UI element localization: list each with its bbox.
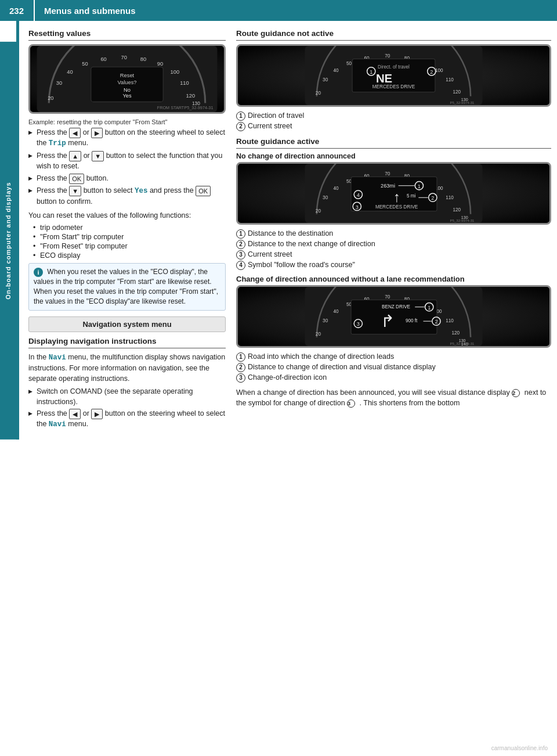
step4-text-middle: button to select (84, 186, 135, 195)
anno-follow-road: 4 Symbol "follow the road's course" (236, 261, 551, 270)
svg-text:P5_32-9974-31: P5_32-9974-31 (450, 100, 475, 105)
step2-text-before: Press the (37, 152, 69, 160)
anno-nc-3-text: Current street (248, 250, 292, 258)
route-not-active-annotations: 1 Direction of travel 2 Current street (236, 111, 551, 131)
anno-nc-2: 2 (236, 240, 245, 249)
svg-text:Reset: Reset (120, 73, 135, 78)
route-active-title: Route guidance active (236, 137, 551, 146)
svg-text:900 ft: 900 ft (406, 318, 418, 323)
svg-text:70: 70 (385, 171, 390, 177)
svg-text:120: 120 (186, 93, 196, 99)
svg-text:120: 120 (451, 330, 460, 336)
svg-text:2: 2 (435, 319, 437, 325)
svg-text:2: 2 (430, 69, 433, 75)
svg-text:BENZ DRIVE: BENZ DRIVE (382, 304, 411, 309)
following-text: You can reset the values of the followin… (28, 210, 226, 221)
svg-text:40: 40 (333, 68, 339, 73)
step-3: Press the OK button. (28, 174, 226, 184)
anno-current-street-1: 2 Current street (236, 122, 551, 131)
left-column: Resetting values 20 30 40 (28, 28, 226, 434)
header-title: Menus and submenus (35, 6, 136, 16)
anno-nc-1-text: Distance to the destination (248, 229, 333, 237)
svg-text:30: 30 (56, 80, 62, 86)
displaying-nav-title: Displaying navigation instructions (28, 337, 226, 345)
header-bar: 232 Menus and submenus (0, 0, 557, 21)
step1-or: or (83, 128, 92, 136)
speedo-reset-image: 20 30 40 50 60 70 80 90 100 110 120 130 (28, 44, 226, 114)
step-2: Press the ▲ or ▼ button to select the fu… (28, 151, 226, 172)
anno-dist-visual: 2 Distance to change of direction and vi… (236, 363, 551, 372)
nav-step2-before: Press the (37, 410, 69, 418)
anno-cd-1-text: Road into which the change of direction … (248, 352, 394, 361)
speedo-no-change-image: 20 30 40 50 60 70 80 90 100 110 120 130 (236, 162, 551, 225)
anno-dist-destination: 1 Distance to the destination (236, 229, 551, 239)
btn-left-nav[interactable]: ◀ (69, 409, 81, 419)
anno-1: 1 (236, 111, 245, 121)
speedo-route-not-active: 20 30 40 50 60 70 80 90 100 110 120 130 (236, 44, 551, 107)
svg-text:NE: NE (376, 72, 392, 85)
svg-text:↱: ↱ (381, 312, 395, 330)
svg-text:1: 1 (428, 305, 431, 311)
svg-text:100: 100 (435, 68, 443, 73)
sidebar-label: On-board computer and displays (0, 42, 16, 440)
navi-menu-name: Navi (49, 354, 66, 362)
btn-right[interactable]: ▶ (91, 128, 103, 138)
svg-text:40: 40 (333, 309, 339, 314)
step3-text-after: button. (86, 174, 108, 182)
no-change-annotations: 1 Distance to the destination 2 Distance… (236, 229, 551, 270)
svg-text:MERCEDES DRIVE: MERCEDES DRIVE (375, 204, 418, 210)
btn-up[interactable]: ▲ (69, 151, 81, 161)
svg-text:No: No (124, 87, 131, 93)
step-4: Press the ▼ button to select Yes and pre… (28, 186, 226, 207)
svg-text:20: 20 (316, 208, 321, 214)
svg-text:1: 1 (418, 183, 421, 189)
svg-text:110: 110 (446, 318, 454, 323)
svg-text:30: 30 (323, 318, 328, 323)
btn-down[interactable]: ▼ (92, 151, 104, 161)
btn-ok-1[interactable]: OK (69, 174, 84, 184)
anno-nc-3: 3 (236, 250, 245, 260)
anno-nc-1: 1 (236, 229, 245, 239)
info-text: When you reset the values in the "ECO di… (34, 268, 218, 305)
nav-step-1: Switch on COMAND (see the separate opera… (28, 387, 226, 407)
step4-text-after: and press the (150, 186, 196, 195)
anno-cd-3-text: Change-of-direction icon (248, 373, 327, 381)
right-column: Route guidance not active 20 30 40 50 60 (236, 28, 551, 434)
anno-cd-2-text: Distance to change of direction and visu… (248, 363, 436, 371)
btn-right-nav[interactable]: ▶ (91, 409, 103, 419)
anno-change-icon: 3 Change-of-direction icon (236, 373, 551, 383)
speedo-change-direction: 20 30 40 50 60 70 80 90 100 110 (236, 285, 551, 348)
svg-text:70: 70 (385, 294, 390, 300)
speedo-not-active-image: 20 30 40 50 60 70 80 90 100 110 120 130 (236, 44, 551, 107)
btn-left[interactable]: ◀ (69, 128, 81, 138)
resetting-values-title: Resetting values (28, 29, 226, 38)
speedo-reset-values: 20 30 40 50 60 70 80 90 100 110 120 130 (28, 44, 226, 114)
svg-text:3: 3 (357, 321, 360, 327)
svg-text:40: 40 (67, 69, 73, 75)
svg-text:90: 90 (157, 61, 163, 67)
svg-text:40: 40 (333, 186, 339, 191)
svg-text:P5_32-9975-31: P5_32-9975-31 (450, 341, 475, 345)
route-guidance-not-active-section: Route guidance not active 20 30 40 50 60 (236, 29, 551, 131)
btn-down-2[interactable]: ▼ (69, 186, 81, 196)
svg-text:80: 80 (140, 56, 146, 62)
watermark: carmanualsonline.info (491, 745, 548, 751)
svg-text:Direct. of travel: Direct. of travel (378, 64, 410, 70)
svg-text:4: 4 (357, 192, 360, 198)
anno-2: 2 (236, 122, 245, 131)
btn-ok-2[interactable]: OK (196, 186, 211, 196)
svg-text:3: 3 (356, 204, 359, 210)
displaying-nav-section: Displaying navigation instructions In th… (28, 337, 226, 430)
trip-menu-name: Trip (49, 139, 66, 147)
svg-text:P5_32-9974-31: P5_32-9974-31 (184, 105, 213, 110)
nav-menu-box: Navigation system menu (28, 316, 226, 332)
anno-dist-next-change: 2 Distance to the next change of directi… (236, 240, 551, 249)
anno-2-text: Current street (248, 122, 292, 130)
svg-text:MERCEDES DRIVE: MERCEDES DRIVE (372, 84, 415, 89)
route-not-active-title: Route guidance not active (236, 29, 551, 38)
speedo-change-image: 20 30 40 50 60 70 80 90 100 110 (236, 285, 551, 348)
change-direction-para: When a change of direction has been anno… (236, 387, 551, 408)
step-1: Press the ◀ or ▶ button on the steering … (28, 128, 226, 149)
bullet-3: "From Reset" trip computer (33, 242, 226, 250)
page-number: 232 (0, 0, 35, 21)
